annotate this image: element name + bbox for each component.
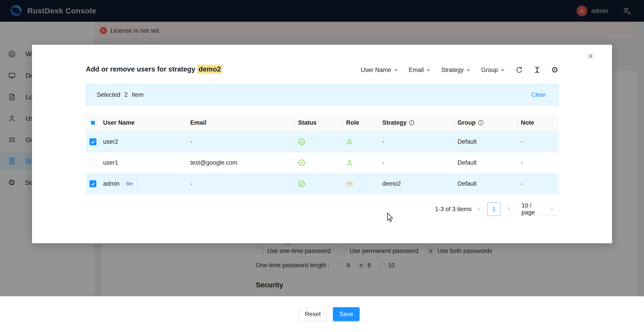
column-group[interactable]: Group: [454, 114, 518, 131]
refresh-icon[interactable]: [516, 66, 523, 74]
status-enabled-icon: [298, 138, 305, 145]
role-admin-crown-icon: [346, 180, 353, 187]
modal-title-text: Add or remove users for strategy: [86, 65, 195, 73]
role-user-icon: [346, 159, 353, 166]
page-footer: Reset Save: [0, 296, 644, 332]
filter-email[interactable]: Email: [409, 67, 431, 73]
column-note[interactable]: Note: [518, 114, 558, 131]
cell-status: [295, 138, 343, 145]
cell-role: [343, 138, 380, 145]
column-email[interactable]: Email: [188, 114, 295, 131]
cell-note: -: [518, 159, 558, 166]
filter-group[interactable]: Group: [481, 67, 505, 73]
chevron-down-icon: [466, 67, 471, 72]
cell-group: Default: [454, 159, 518, 166]
table-row[interactable]: user2 - - Default -: [86, 131, 558, 152]
cell-group: Default: [454, 138, 518, 145]
pagination: 1-3 of 3 items 1 10 / page: [435, 202, 558, 216]
table-row[interactable]: user1 test@google.com - Default -: [86, 152, 558, 173]
cell-strategy: demo2: [380, 180, 454, 187]
filter-label: Email: [409, 67, 424, 73]
row-checkbox[interactable]: [90, 180, 96, 187]
add-remove-users-modal: ✕ Add or remove users for strategy demo2…: [32, 45, 612, 243]
strategy-name-highlight: demo2: [197, 64, 222, 74]
filter-user-name[interactable]: User Name: [361, 67, 398, 73]
selection-bar: Selected 2 Item Clear: [86, 84, 558, 105]
user-name-text: admin: [103, 180, 120, 187]
column-user-name[interactable]: User Name: [100, 114, 188, 131]
select-all-checkbox[interactable]: [90, 119, 96, 126]
chevron-down-icon: [394, 67, 398, 72]
cell-strategy: -: [380, 138, 454, 145]
column-role[interactable]: Role: [343, 114, 380, 131]
cell-strategy: -: [380, 159, 454, 166]
save-button[interactable]: Save: [333, 307, 360, 321]
cell-status: [295, 159, 343, 166]
row-checkbox[interactable]: [90, 159, 96, 166]
table-header: User Name Email Status Role Strategy Gro…: [86, 114, 558, 131]
selected-label: Selected: [97, 91, 120, 98]
chevron-down-icon: [500, 67, 505, 72]
selected-count: 2: [124, 91, 128, 98]
settings-icon[interactable]: ⚙: [551, 65, 558, 75]
cell-user-name: admin Me: [100, 180, 188, 188]
cell-role: [343, 180, 380, 187]
screen: RustDesk Console A admin A: [0, 0, 644, 332]
role-user-icon: [346, 138, 353, 145]
cell-note: -: [518, 180, 558, 187]
page-size-value: 10 / page: [522, 202, 546, 216]
column-strategy[interactable]: Strategy: [380, 114, 454, 131]
filter-bar: User Name Email Strategy Group: [361, 64, 558, 75]
cell-note: -: [518, 138, 558, 145]
info-icon: [478, 120, 484, 126]
cell-email: -: [188, 180, 295, 187]
close-icon[interactable]: ✕: [588, 52, 594, 60]
status-enabled-icon: [298, 180, 305, 187]
reset-button[interactable]: Reset: [299, 307, 327, 321]
status-enabled-icon: [298, 159, 305, 166]
cell-user-name: user2: [100, 138, 188, 145]
prev-page-icon[interactable]: [476, 206, 482, 212]
column-status[interactable]: Status: [295, 114, 343, 131]
page-number[interactable]: 1: [487, 202, 501, 216]
cell-role: [343, 159, 380, 166]
page-size-select[interactable]: 10 / page: [516, 202, 558, 216]
check-icon: [90, 181, 96, 187]
pagination-total: 1-3 of 3 items: [435, 206, 472, 213]
column-height-icon[interactable]: [533, 66, 541, 74]
chevron-down-icon: [426, 67, 431, 72]
next-page-icon[interactable]: [506, 206, 512, 212]
cell-email: -: [188, 138, 295, 145]
cell-email: test@google.com: [188, 159, 295, 166]
chevron-down-icon: [550, 207, 554, 212]
cell-status: [295, 180, 343, 187]
filter-strategy[interactable]: Strategy: [441, 67, 471, 73]
info-icon: [409, 120, 414, 126]
table-row[interactable]: admin Me - demo2 Default -: [86, 173, 558, 194]
filter-label: Strategy: [441, 67, 464, 73]
cell-user-name: user1: [100, 159, 188, 166]
clear-selection-link[interactable]: Clear: [531, 91, 546, 98]
row-checkbox[interactable]: [90, 138, 96, 145]
me-badge: Me: [123, 180, 136, 188]
check-icon: [90, 139, 96, 145]
modal-title: Add or remove users for strategy demo2: [86, 65, 222, 73]
filter-label: Group: [481, 67, 498, 73]
selection-status: Selected 2 Item: [97, 91, 144, 98]
selected-unit: Item: [132, 91, 144, 98]
cell-group: Default: [454, 180, 518, 187]
filter-label: User Name: [361, 67, 391, 73]
